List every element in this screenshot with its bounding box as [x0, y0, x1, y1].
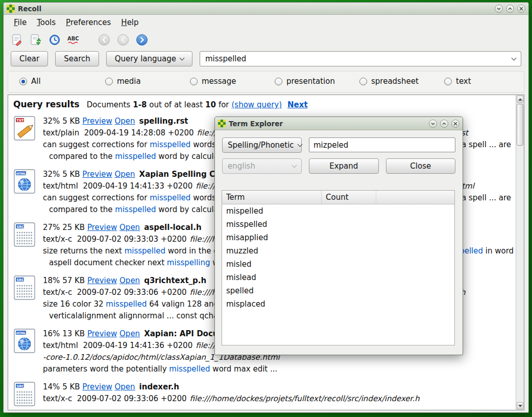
preview-link[interactable]: Preview: [87, 276, 117, 285]
radio-icon[interactable]: [190, 78, 198, 85]
next-page-icon[interactable]: [135, 33, 149, 47]
scrollbar-down-button[interactable]: [517, 402, 523, 409]
document-history-icon[interactable]: [47, 33, 62, 47]
expand-button[interactable]: Expand: [309, 158, 379, 174]
maximize-button[interactable]: [506, 5, 514, 13]
preview-link[interactable]: Preview: [82, 382, 112, 391]
term-table-header: Term Count: [222, 191, 454, 204]
result-size: 5 KB: [62, 117, 80, 126]
recoll-logo-icon: [7, 5, 15, 13]
dialog-close-button[interactable]: [451, 120, 460, 128]
dialog-maximize-button[interactable]: [440, 120, 448, 128]
result-text: 14% 5 KB Preview Openindexer.htext/x-c 2…: [43, 381, 516, 407]
result-mime: text/x-c: [43, 235, 72, 244]
minimize-button[interactable]: [495, 5, 503, 13]
toolbar: ABC: [4, 30, 528, 50]
scrollbar-up-button[interactable]: [517, 96, 523, 103]
term-row[interactable]: misapplied: [222, 231, 454, 244]
show-query-link[interactable]: (show query): [232, 100, 282, 109]
txt-file-icon: TXT: [13, 115, 43, 163]
start-query-icon[interactable]: [29, 33, 43, 47]
filter-message[interactable]: message: [190, 77, 236, 86]
menu-file[interactable]: File: [9, 16, 32, 29]
filter-all[interactable]: All: [19, 77, 41, 86]
language-dropdown: english: [222, 158, 302, 174]
open-link[interactable]: Open: [115, 170, 135, 179]
term-row[interactable]: spelled: [222, 284, 454, 297]
filter-media[interactable]: media: [105, 77, 141, 86]
query-combobox[interactable]: [200, 51, 521, 66]
term-row[interactable]: misspelled: [222, 218, 454, 231]
term-row[interactable]: misled: [222, 258, 454, 271]
result-percent: 14%: [43, 382, 60, 391]
result-title: aspell-local.h: [144, 223, 201, 232]
clear-search-icon[interactable]: [10, 33, 24, 47]
radio-icon[interactable]: [275, 78, 282, 85]
src-file-icon: SRC: [13, 222, 43, 269]
mode-dropdown[interactable]: Spelling/Phonetic: [222, 137, 302, 153]
dialog-minimize-button[interactable]: [429, 120, 437, 128]
result-mime: text/x-c: [43, 394, 72, 403]
open-link[interactable]: Open: [115, 117, 135, 126]
open-link[interactable]: Open: [115, 382, 135, 391]
menu-tools[interactable]: Tools: [32, 16, 61, 29]
search-button[interactable]: Search: [55, 51, 99, 66]
dialog-body: Spelling/Phonetic english Expand Close T…: [215, 130, 463, 355]
open-link[interactable]: Open: [119, 223, 140, 232]
chevron-down-icon: [180, 55, 185, 60]
radio-icon[interactable]: [19, 78, 27, 85]
dialog-titlebar[interactable]: Term Explorer: [215, 117, 463, 130]
dialog-title: Term Explorer: [229, 120, 283, 128]
query-language-dropdown[interactable]: Query language: [106, 51, 192, 66]
close-button[interactable]: [517, 5, 525, 13]
chevron-down-icon: [292, 163, 297, 168]
result-percent: 18%: [43, 276, 60, 285]
query-language-label: Query language: [115, 54, 176, 63]
term-row[interactable]: mislead: [222, 271, 454, 284]
chevron-down-icon[interactable]: [512, 55, 517, 60]
result-date: 2009-07-02 09:33:06 +0200: [77, 288, 187, 297]
main-titlebar[interactable]: Recoll: [4, 3, 528, 15]
query-input[interactable]: [205, 54, 512, 63]
close-dialog-button[interactable]: Close: [386, 158, 456, 174]
clear-button[interactable]: Clear: [11, 51, 48, 66]
term-row[interactable]: misplaced: [222, 297, 454, 311]
term-column-header[interactable]: Term: [222, 191, 322, 204]
term-explorer-window: Term Explorer Spelling/Phonetic english: [214, 117, 463, 355]
open-link[interactable]: Open: [119, 276, 140, 285]
filter-label: All: [31, 77, 41, 86]
filter-presentation[interactable]: presentation: [275, 77, 335, 86]
radio-icon[interactable]: [444, 78, 452, 85]
term-explorer-icon[interactable]: ABC: [66, 33, 81, 47]
summary-total: 10: [205, 100, 216, 109]
term-row[interactable]: muzzled: [222, 244, 454, 258]
results-scrollbar[interactable]: [516, 95, 524, 410]
preview-link[interactable]: Preview: [87, 329, 117, 338]
next-page-link[interactable]: Next: [287, 100, 308, 109]
radio-icon[interactable]: [359, 78, 367, 85]
term-row[interactable]: mispelled: [222, 204, 454, 218]
filter-text[interactable]: text: [444, 77, 471, 86]
filter-label: text: [456, 77, 471, 86]
close-label: Close: [410, 161, 431, 171]
search-row: Clear Search Query language: [4, 50, 528, 68]
menu-preferences[interactable]: Preferences: [61, 16, 116, 29]
result-percent: 16%: [43, 329, 60, 338]
radio-icon[interactable]: [105, 78, 113, 85]
preview-link[interactable]: Preview: [82, 170, 112, 179]
desktop: Recoll FileToolsPreferencesHelp ABC Clea…: [0, 0, 532, 417]
preview-link[interactable]: Preview: [82, 117, 112, 126]
svg-text:SRC: SRC: [17, 384, 25, 388]
expand-label: Expand: [329, 161, 358, 171]
preview-link[interactable]: Preview: [87, 223, 117, 232]
term-input[interactable]: [309, 137, 455, 152]
results-title: Query results: [13, 99, 80, 109]
count-column-header[interactable]: Count: [322, 191, 376, 204]
svg-text:SRC: SRC: [17, 278, 25, 282]
scrollbar-thumb[interactable]: [517, 104, 523, 146]
language-value: english: [228, 161, 255, 171]
menu-help[interactable]: Help: [116, 16, 143, 29]
filter-row: Allmediamessagepresentationspreadsheette…: [8, 71, 524, 92]
open-link[interactable]: Open: [119, 329, 140, 338]
filter-spreadsheet[interactable]: spreadsheet: [359, 77, 419, 86]
